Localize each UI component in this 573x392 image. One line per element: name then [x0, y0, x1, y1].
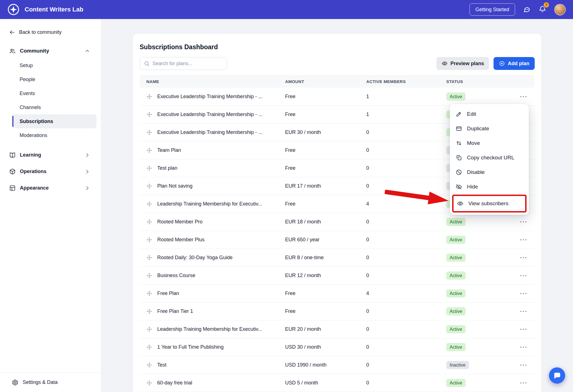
drag-handle-icon[interactable]	[146, 344, 152, 350]
drag-handle-icon[interactable]	[146, 219, 152, 225]
status-badge: Active	[446, 93, 466, 101]
sidebar-section-community[interactable]: Community	[9, 44, 90, 57]
avatar[interactable]	[554, 4, 566, 15]
sidebar-item-setup[interactable]: Setup	[12, 58, 97, 72]
search-field[interactable]	[140, 57, 227, 70]
status-badge: Active	[446, 254, 466, 262]
preview-plans-button[interactable]: Preview plans	[436, 57, 489, 70]
menu-item-label: Disable	[467, 169, 485, 175]
menu-item-duplicate[interactable]: Duplicate	[450, 121, 529, 136]
topbar-actions: Getting Started 7	[469, 3, 566, 16]
search-icon	[144, 61, 150, 67]
plan-amount: EUR 8 / one-time	[285, 255, 366, 261]
drag-handle-icon[interactable]	[146, 380, 152, 386]
chat-widget-button[interactable]	[549, 367, 565, 384]
plan-active-members: 0	[366, 183, 446, 189]
plan-active-members: 0	[366, 129, 446, 135]
menu-item-hide[interactable]: Hide	[450, 180, 529, 194]
sidebar-item-channels[interactable]: Channels	[12, 100, 97, 114]
sidebar-groups: Learning Operations Appearance	[0, 147, 101, 196]
drag-handle-icon[interactable]	[146, 129, 152, 135]
status-badge: Active	[446, 307, 466, 315]
plus-circle-icon	[499, 60, 505, 67]
row-menu-button[interactable]: ⋯	[520, 235, 527, 244]
sidebar-item-label: Channels	[20, 105, 41, 110]
plan-amount: Free	[285, 147, 366, 153]
status-badge: Inactive	[446, 361, 469, 369]
plan-active-members: 0	[366, 165, 446, 171]
plan-name: Rooted Member Plus	[157, 237, 205, 243]
row-menu-button[interactable]: ⋯	[520, 271, 527, 280]
plan-amount: Free	[285, 201, 366, 207]
menu-item-view-subscribers[interactable]: View subscribers	[452, 195, 527, 212]
drag-handle-icon[interactable]	[146, 112, 152, 117]
logo-icon[interactable]	[7, 3, 20, 16]
add-plan-button[interactable]: Add plan	[494, 57, 535, 70]
sidebar-group-learning[interactable]: Learning	[9, 147, 90, 163]
menu-item-copy-checkout-url[interactable]: Copy checkout URL	[450, 150, 529, 165]
search-input[interactable]	[152, 61, 223, 67]
row-menu-button[interactable]: ⋯	[520, 379, 527, 387]
column-header-status: STATUS	[446, 79, 513, 84]
status-badge: Active	[446, 271, 466, 280]
drag-handle-icon[interactable]	[146, 237, 152, 243]
add-plan-label: Add plan	[508, 61, 529, 67]
sidebar-item-moderations[interactable]: Moderations	[12, 128, 97, 142]
drag-handle-icon[interactable]	[146, 147, 152, 153]
sidebar-item-people[interactable]: People	[12, 72, 97, 86]
plan-name: Test plan	[157, 165, 177, 171]
settings-and-data-link[interactable]: Settings & Data	[0, 372, 101, 392]
menu-item-disable[interactable]: Disable	[450, 165, 529, 180]
table-row: Rooted Member Plus EUR 650 / year 0 Acti…	[140, 231, 535, 249]
drag-handle-icon[interactable]	[146, 201, 152, 207]
plan-name: 60-day free trial	[157, 380, 192, 386]
menu-item-label: Copy checkout URL	[467, 155, 514, 161]
sidebar-group-appearance[interactable]: Appearance	[9, 180, 90, 196]
sidebar-item-subscriptions[interactable]: Subscriptions	[12, 114, 97, 128]
row-menu-button[interactable]: ⋯	[520, 325, 527, 333]
menu-item-label: Edit	[467, 111, 476, 117]
row-menu-button[interactable]: ⋯	[520, 253, 527, 262]
page-title: Subscriptions Dashboard	[140, 34, 535, 51]
drag-handle-icon[interactable]	[146, 291, 152, 296]
sidebar-group-operations[interactable]: Operations	[9, 163, 90, 180]
back-to-community-link[interactable]: Back to community	[9, 29, 94, 36]
row-menu-button[interactable]: ⋯	[520, 289, 527, 297]
getting-started-button[interactable]: Getting Started	[469, 3, 515, 16]
drag-handle-icon[interactable]	[146, 362, 152, 368]
row-menu-button[interactable]: ⋯	[520, 218, 527, 226]
row-menu-button[interactable]: ⋯	[520, 361, 527, 369]
table-row: Test USD 1990 / month 0 Inactive ⋯	[140, 356, 535, 374]
drag-handle-icon[interactable]	[146, 255, 152, 261]
edit-icon	[455, 111, 462, 117]
plan-amount: USD 5 / month	[285, 380, 366, 386]
status-badge: Active	[446, 325, 466, 333]
toolbar: Preview plans Add plan	[140, 57, 535, 70]
column-header-active-members: ACTIVE MEMBERS	[366, 79, 446, 84]
drag-handle-icon[interactable]	[146, 94, 152, 100]
plan-name: 1 Year to Full Time Publishing	[157, 344, 224, 350]
plan-active-members: 0	[366, 362, 446, 368]
status-badge: Active	[446, 379, 466, 387]
sidebar-item-events[interactable]: Events	[12, 86, 97, 100]
gear-icon	[12, 379, 18, 386]
community-subitems: Setup People Events Channels Subscriptio…	[12, 58, 97, 142]
row-menu-button[interactable]: ⋯	[520, 307, 527, 315]
drag-handle-icon[interactable]	[146, 183, 152, 189]
menu-item-move[interactable]: Move	[450, 136, 529, 150]
sidebar-group-label: Appearance	[20, 185, 80, 191]
row-menu-button[interactable]: ⋯	[520, 92, 527, 101]
row-menu-button[interactable]: ⋯	[520, 343, 527, 351]
messages-icon[interactable]	[523, 6, 531, 13]
menu-item-edit[interactable]: Edit	[450, 107, 529, 121]
drag-handle-icon[interactable]	[146, 326, 152, 332]
eye-off-icon	[455, 183, 462, 190]
app-root: Content Writers Lab Getting Started 7 Ba…	[0, 0, 573, 392]
back-arrow-icon	[9, 29, 15, 36]
drag-handle-icon[interactable]	[146, 165, 152, 171]
sidebar-section-label: Community	[20, 48, 80, 54]
notifications-button[interactable]: 7	[539, 5, 546, 14]
drag-handle-icon[interactable]	[146, 308, 152, 314]
plan-active-members: 1	[366, 94, 446, 100]
drag-handle-icon[interactable]	[146, 273, 152, 278]
